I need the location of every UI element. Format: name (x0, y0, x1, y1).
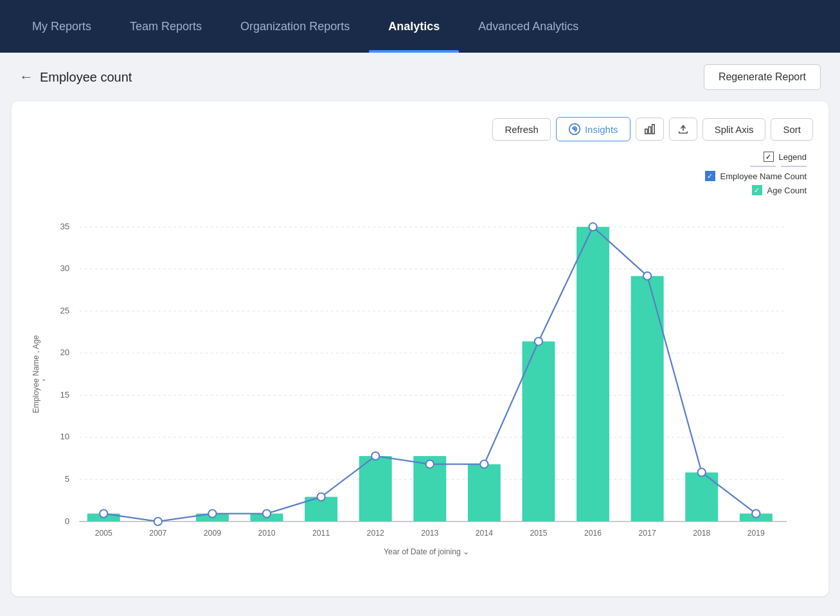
point-2017 (643, 272, 651, 280)
svg-text:2005: 2005 (95, 529, 112, 538)
point-2009 (208, 509, 216, 517)
legend-title-label: Legend (779, 152, 807, 162)
legend-age-label: Age Count (767, 186, 807, 195)
split-axis-button[interactable]: Split Axis (702, 118, 766, 141)
point-2005 (100, 509, 107, 517)
line-preview (750, 166, 776, 167)
back-button[interactable]: ← Employee count (19, 69, 132, 85)
page-header: ← Employee count Regenerate Report (0, 53, 840, 101)
tab-analytics[interactable]: Analytics (369, 0, 459, 53)
point-2015 (535, 337, 542, 345)
tab-org-reports[interactable]: Organization Reports (221, 0, 369, 53)
point-2014 (480, 461, 488, 468)
point-2012 (371, 452, 379, 460)
regenerate-report-button[interactable]: Regenerate Report (704, 64, 821, 90)
chart-area: 0 5 10 15 20 25 30 (27, 204, 813, 577)
line-preview2 (781, 166, 807, 167)
legend-row-line (750, 166, 807, 167)
svg-rect-2 (645, 129, 647, 134)
legend-title-checkbox[interactable]: ✓ (764, 152, 774, 162)
svg-text:2010: 2010 (258, 529, 275, 538)
svg-text:15: 15 (60, 390, 70, 400)
svg-text:2014: 2014 (476, 529, 493, 538)
tab-my-reports[interactable]: My Reports (13, 0, 111, 53)
back-arrow-icon: ← (19, 69, 33, 85)
legend-age-checkbox[interactable]: ✓ (752, 185, 762, 195)
svg-rect-3 (648, 127, 651, 134)
svg-rect-4 (652, 125, 654, 134)
insights-icon (568, 123, 581, 136)
tab-advanced-analytics[interactable]: Advanced Analytics (459, 0, 598, 53)
bar-2018 (685, 472, 718, 521)
svg-text:0: 0 (65, 516, 69, 526)
svg-text:25: 25 (60, 306, 70, 315)
x-labels: 2005 2007 2009 2010 2011 2012 2013 2014 … (95, 529, 765, 538)
svg-text:2009: 2009 (204, 529, 221, 538)
svg-point-1 (574, 128, 576, 130)
point-2013 (426, 461, 434, 468)
bar-2014 (468, 464, 501, 522)
svg-text:2013: 2013 (421, 529, 438, 538)
bar-2016 (576, 227, 609, 522)
svg-text:2016: 2016 (584, 529, 602, 538)
svg-text:2019: 2019 (747, 529, 765, 538)
legend-employee-label: Employee Name Count (720, 172, 807, 181)
svg-text:2012: 2012 (367, 529, 384, 538)
chart-toolbar: Refresh Insights Split (27, 117, 813, 141)
legend-employee-row: ✓ Employee Name Count (705, 171, 807, 181)
svg-text:30: 30 (60, 264, 70, 274)
point-2018 (698, 468, 706, 476)
svg-text:2015: 2015 (530, 529, 547, 538)
bar-chart-icon-button[interactable] (636, 118, 664, 141)
chart-svg: 0 5 10 15 20 25 30 (27, 204, 813, 577)
x-axis-label: Year of Date of joining ⌄ (384, 547, 469, 556)
legend-age-row: ✓ Age Count (752, 185, 807, 195)
point-2007 (154, 518, 162, 525)
bar-2012 (359, 456, 392, 522)
svg-text:2011: 2011 (312, 529, 330, 538)
y-axis-label: Employee Name , Age (31, 335, 40, 414)
svg-text:10: 10 (60, 432, 70, 441)
svg-text:20: 20 (60, 348, 70, 357)
legend-area: ✓ Legend ✓ Employee Name Count ✓ Age Cou… (27, 152, 813, 199)
legend-employee-checkbox[interactable]: ✓ (705, 171, 715, 181)
svg-text:5: 5 (65, 474, 69, 484)
point-2011 (317, 493, 325, 500)
point-2010 (263, 509, 271, 517)
refresh-button[interactable]: Refresh (492, 118, 551, 141)
point-2016 (589, 223, 596, 231)
tab-team-reports[interactable]: Team Reports (111, 0, 221, 53)
bar-2017 (631, 276, 664, 522)
svg-text:⌄: ⌄ (41, 375, 46, 382)
point-2019 (752, 509, 760, 517)
svg-text:2017: 2017 (639, 529, 656, 538)
sort-button[interactable]: Sort (771, 118, 813, 141)
svg-text:2007: 2007 (149, 529, 166, 538)
svg-text:2018: 2018 (693, 529, 710, 538)
page-title: Employee count (40, 70, 132, 85)
export-icon-button[interactable] (669, 118, 697, 141)
navigation: My Reports Team Reports Organization Rep… (0, 0, 840, 53)
svg-text:35: 35 (60, 222, 70, 231)
chart-card: Refresh Insights Split (12, 101, 828, 596)
insights-label: Insights (585, 124, 618, 135)
insights-button[interactable]: Insights (556, 117, 630, 141)
legend-title-row: ✓ Legend (764, 152, 807, 162)
